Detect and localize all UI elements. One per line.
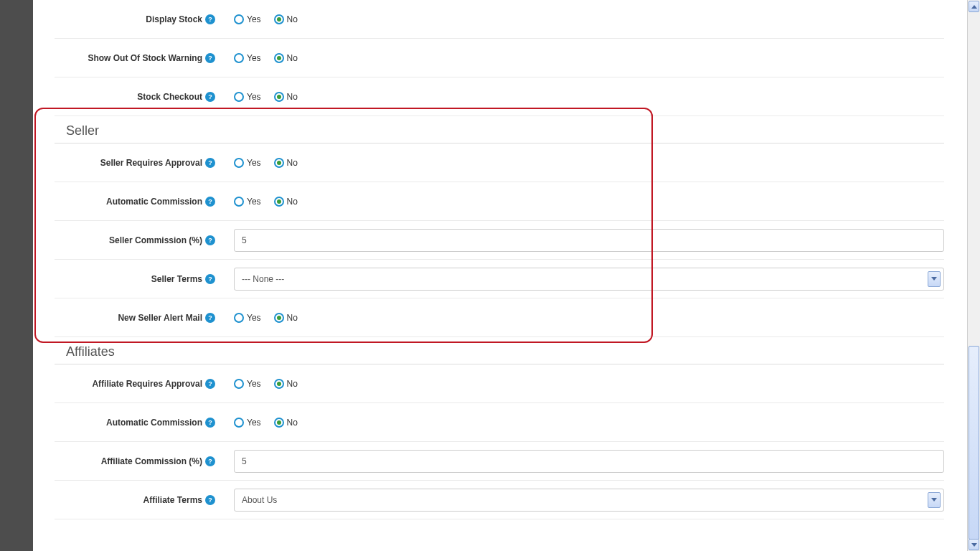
scroll-thumb[interactable] [969, 346, 979, 540]
affiliate-terms-select[interactable]: About Us [234, 489, 944, 512]
label-text: Automatic Commission [106, 197, 202, 207]
radio-no[interactable]: No [274, 92, 298, 102]
chevron-down-icon [928, 271, 941, 287]
radio-no[interactable]: No [274, 418, 298, 428]
help-icon[interactable]: ? [205, 235, 215, 245]
radio-circle-icon [274, 158, 284, 168]
label-text: Seller Requires Approval [100, 158, 202, 168]
radio-group-affiliate-approval: Yes No [234, 379, 298, 389]
row-affiliate-auto-commission: Automatic Commission ? Yes No [55, 403, 944, 442]
radio-yes[interactable]: Yes [234, 14, 261, 24]
seller-terms-select[interactable]: --- None --- [234, 268, 944, 291]
radio-group-display-stock: Yes No [234, 14, 298, 24]
radio-no[interactable]: No [274, 379, 298, 389]
radio-label: No [287, 14, 298, 24]
label-out-of-stock: Show Out Of Stock Warning ? [55, 53, 221, 63]
radio-no[interactable]: No [274, 158, 298, 168]
radio-label: No [287, 53, 298, 63]
radio-label: No [287, 418, 298, 428]
radio-label: Yes [247, 418, 261, 428]
label-affiliate-requires-approval: Affiliate Requires Approval ? [55, 379, 221, 389]
label-text: Seller Commission (%) [109, 235, 202, 245]
section-heading-affiliates: Affiliates [55, 337, 944, 364]
radio-no[interactable]: No [274, 313, 298, 323]
window-scrollbar[interactable] [967, 0, 980, 551]
radio-circle-icon [234, 158, 244, 168]
label-text: Affiliate Requires Approval [92, 379, 202, 389]
help-icon[interactable]: ? [205, 313, 215, 323]
radio-circle-icon [234, 197, 244, 207]
radio-label: Yes [247, 197, 261, 207]
radio-label: Yes [247, 158, 261, 168]
row-affiliate-commission: Affiliate Commission (%) ? [55, 442, 944, 481]
row-seller-commission: Seller Commission (%) ? [55, 221, 944, 260]
help-icon[interactable]: ? [205, 456, 215, 466]
row-seller-requires-approval: Seller Requires Approval ? Yes No [55, 143, 944, 182]
row-seller-auto-commission: Automatic Commission ? Yes No [55, 182, 944, 221]
row-affiliate-requires-approval: Affiliate Requires Approval ? Yes No [55, 364, 944, 403]
radio-label: No [287, 313, 298, 323]
radio-yes[interactable]: Yes [234, 53, 261, 63]
label-seller-commission: Seller Commission (%) ? [55, 235, 221, 245]
radio-circle-icon [274, 14, 284, 24]
radio-circle-icon [234, 53, 244, 63]
seller-commission-input[interactable] [234, 229, 944, 252]
admin-sidebar-collapsed [0, 0, 33, 551]
chevron-down-icon [928, 492, 941, 508]
row-seller-alert-mail: New Seller Alert Mail ? Yes No [55, 298, 944, 337]
help-icon[interactable]: ? [205, 274, 215, 284]
settings-form-panel: Display Stock ? Yes No Show Out O [33, 0, 956, 551]
select-value: --- None --- [242, 274, 284, 284]
label-seller-terms: Seller Terms ? [55, 274, 221, 284]
label-text: Show Out Of Stock Warning [88, 53, 202, 63]
radio-label: No [287, 197, 298, 207]
label-text: Affiliate Terms [143, 495, 202, 505]
label-stock-checkout: Stock Checkout ? [55, 92, 221, 102]
radio-no[interactable]: No [274, 14, 298, 24]
radio-yes[interactable]: Yes [234, 92, 261, 102]
label-text: Stock Checkout [137, 92, 202, 102]
label-text: New Seller Alert Mail [118, 313, 202, 323]
help-icon[interactable]: ? [205, 379, 215, 389]
radio-yes[interactable]: Yes [234, 197, 261, 207]
radio-circle-icon [234, 14, 244, 24]
help-icon[interactable]: ? [205, 197, 215, 207]
radio-label: Yes [247, 379, 261, 389]
radio-label: No [287, 379, 298, 389]
radio-label: Yes [247, 14, 261, 24]
radio-group-affiliate-auto-commission: Yes No [234, 418, 298, 428]
help-icon[interactable]: ? [205, 158, 215, 168]
label-affiliate-auto-commission: Automatic Commission ? [55, 418, 221, 428]
radio-circle-icon [234, 313, 244, 323]
label-text: Affiliate Commission (%) [101, 456, 202, 466]
help-icon[interactable]: ? [205, 53, 215, 63]
radio-label: No [287, 158, 298, 168]
scroll-up-button[interactable] [969, 1, 979, 12]
radio-circle-icon [274, 197, 284, 207]
row-out-of-stock-warning: Show Out Of Stock Warning ? Yes No [55, 39, 944, 77]
help-icon[interactable]: ? [205, 495, 215, 505]
radio-yes[interactable]: Yes [234, 418, 261, 428]
radio-label: Yes [247, 92, 261, 102]
radio-group-seller-approval: Yes No [234, 158, 298, 168]
radio-circle-icon [274, 379, 284, 389]
scroll-down-button[interactable] [969, 539, 979, 550]
radio-label: Yes [247, 53, 261, 63]
help-icon[interactable]: ? [205, 92, 215, 102]
radio-circle-icon [274, 313, 284, 323]
section-heading-seller: Seller [55, 116, 944, 143]
radio-yes[interactable]: Yes [234, 379, 261, 389]
radio-yes[interactable]: Yes [234, 158, 261, 168]
label-seller-alert-mail: New Seller Alert Mail ? [55, 313, 221, 323]
radio-yes[interactable]: Yes [234, 313, 261, 323]
label-display-stock: Display Stock ? [55, 14, 221, 24]
help-icon[interactable]: ? [205, 14, 215, 24]
radio-circle-icon [234, 379, 244, 389]
radio-no[interactable]: No [274, 53, 298, 63]
label-text: Seller Terms [151, 274, 202, 284]
help-icon[interactable]: ? [205, 418, 215, 428]
radio-no[interactable]: No [274, 197, 298, 207]
radio-group-seller-alert-mail: Yes No [234, 313, 298, 323]
affiliate-commission-input[interactable] [234, 450, 944, 473]
radio-group-stock-checkout: Yes No [234, 92, 298, 102]
